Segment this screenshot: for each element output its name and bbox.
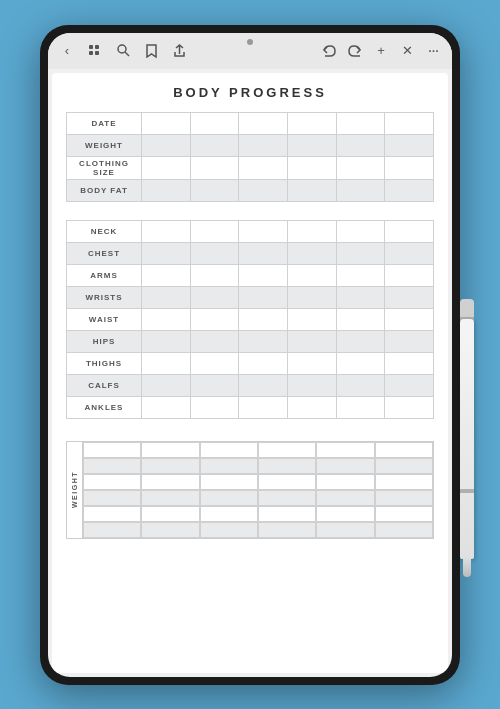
chart-cell [200, 522, 258, 538]
data-cell[interactable] [287, 308, 336, 330]
tablet-device: ‹ [40, 25, 460, 685]
data-cell[interactable] [190, 374, 239, 396]
data-cell[interactable] [142, 286, 191, 308]
data-cell[interactable] [385, 264, 434, 286]
data-cell[interactable] [239, 112, 288, 134]
data-cell[interactable] [190, 286, 239, 308]
data-cell[interactable] [287, 330, 336, 352]
data-cell[interactable] [190, 396, 239, 418]
close-icon[interactable]: ✕ [398, 42, 416, 60]
data-cell[interactable] [142, 179, 191, 201]
data-cell[interactable] [336, 179, 385, 201]
data-cell[interactable] [239, 264, 288, 286]
data-cell[interactable] [287, 220, 336, 242]
data-cell[interactable] [287, 242, 336, 264]
data-cell[interactable] [142, 156, 191, 179]
data-cell[interactable] [239, 352, 288, 374]
data-cell[interactable] [142, 112, 191, 134]
data-cell[interactable] [336, 286, 385, 308]
grid-icon[interactable] [86, 42, 104, 60]
data-cell[interactable] [385, 286, 434, 308]
data-cell[interactable] [142, 264, 191, 286]
data-cell[interactable] [336, 264, 385, 286]
chart-cell [258, 458, 316, 474]
data-cell[interactable] [385, 396, 434, 418]
data-cell[interactable] [142, 220, 191, 242]
data-cell[interactable] [385, 242, 434, 264]
chart-cell [141, 506, 199, 522]
data-cell[interactable] [190, 112, 239, 134]
data-cell[interactable] [239, 374, 288, 396]
data-cell[interactable] [142, 242, 191, 264]
more-icon[interactable]: ··· [424, 42, 442, 60]
chart-cell [83, 442, 141, 458]
data-cell[interactable] [239, 242, 288, 264]
data-cell[interactable] [190, 330, 239, 352]
data-cell[interactable] [142, 396, 191, 418]
data-cell[interactable] [190, 242, 239, 264]
data-cell[interactable] [385, 112, 434, 134]
data-cell[interactable] [239, 179, 288, 201]
section2-table: NECKCHESTARMSWRISTSWAISTHIPSTHIGHSCALFSA… [66, 220, 434, 419]
search-icon[interactable] [114, 42, 132, 60]
data-cell[interactable] [190, 220, 239, 242]
data-cell[interactable] [239, 134, 288, 156]
data-cell[interactable] [142, 374, 191, 396]
data-cell[interactable] [239, 396, 288, 418]
undo-icon[interactable] [320, 42, 338, 60]
data-cell[interactable] [336, 220, 385, 242]
data-cell[interactable] [336, 330, 385, 352]
data-cell[interactable] [336, 242, 385, 264]
chart-cell [316, 522, 374, 538]
bookmark-icon[interactable] [142, 42, 160, 60]
back-icon[interactable]: ‹ [58, 42, 76, 60]
data-cell[interactable] [142, 134, 191, 156]
chart-cell [141, 490, 199, 506]
data-cell[interactable] [287, 396, 336, 418]
data-cell[interactable] [287, 352, 336, 374]
data-cell[interactable] [239, 330, 288, 352]
data-cell[interactable] [287, 374, 336, 396]
data-cell[interactable] [142, 352, 191, 374]
data-cell[interactable] [287, 179, 336, 201]
pencil-body [460, 319, 474, 559]
redo-icon[interactable] [346, 42, 364, 60]
data-cell[interactable] [385, 134, 434, 156]
data-cell[interactable] [142, 308, 191, 330]
data-cell[interactable] [336, 396, 385, 418]
data-cell[interactable] [385, 352, 434, 374]
chart-cell [258, 474, 316, 490]
data-cell[interactable] [385, 330, 434, 352]
data-cell[interactable] [239, 308, 288, 330]
data-cell[interactable] [239, 286, 288, 308]
data-cell[interactable] [385, 220, 434, 242]
table-row: WAIST [67, 308, 434, 330]
data-cell[interactable] [239, 156, 288, 179]
data-cell[interactable] [385, 308, 434, 330]
data-cell[interactable] [190, 179, 239, 201]
data-cell[interactable] [336, 308, 385, 330]
data-cell[interactable] [190, 156, 239, 179]
data-cell[interactable] [190, 264, 239, 286]
data-cell[interactable] [190, 134, 239, 156]
data-cell[interactable] [287, 156, 336, 179]
data-cell[interactable] [142, 330, 191, 352]
data-cell[interactable] [336, 374, 385, 396]
data-cell[interactable] [287, 134, 336, 156]
data-cell[interactable] [385, 156, 434, 179]
data-cell[interactable] [190, 308, 239, 330]
data-cell[interactable] [385, 179, 434, 201]
data-cell[interactable] [239, 220, 288, 242]
share-icon[interactable] [170, 42, 188, 60]
chart-y-label-text: WEIGHT [71, 471, 78, 508]
add-icon[interactable]: + [372, 42, 390, 60]
data-cell[interactable] [287, 264, 336, 286]
data-cell[interactable] [336, 352, 385, 374]
data-cell[interactable] [336, 156, 385, 179]
data-cell[interactable] [287, 112, 336, 134]
data-cell[interactable] [336, 112, 385, 134]
data-cell[interactable] [190, 352, 239, 374]
data-cell[interactable] [385, 374, 434, 396]
data-cell[interactable] [287, 286, 336, 308]
data-cell[interactable] [336, 134, 385, 156]
